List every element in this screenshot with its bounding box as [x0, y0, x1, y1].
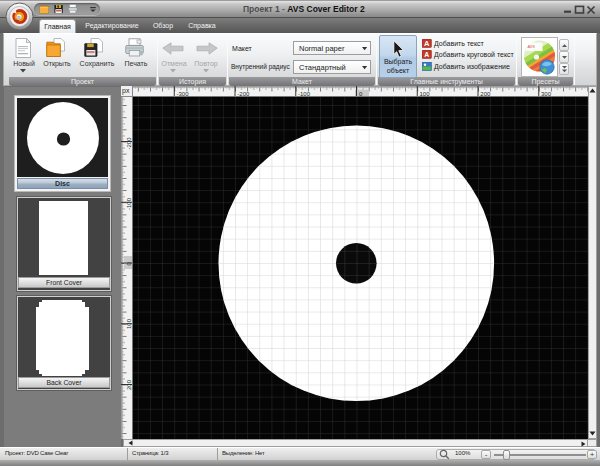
svg-text:AVS: AVS — [528, 45, 536, 49]
svg-text:A: A — [424, 39, 430, 48]
svg-text:300: 300 — [541, 91, 552, 97]
svg-text:-100: -100 — [298, 91, 311, 97]
svg-text:-100: -100 — [126, 197, 132, 210]
svg-text:-200: -200 — [237, 91, 250, 97]
svg-text:-200: -200 — [126, 137, 132, 150]
svg-text:A: A — [424, 51, 429, 58]
svg-text:p: p — [17, 14, 20, 20]
svg-text:100: 100 — [126, 318, 132, 329]
svg-text:100: 100 — [420, 91, 431, 97]
svg-text:200: 200 — [480, 91, 491, 97]
svg-text:-300: -300 — [177, 91, 190, 97]
svg-text:200: 200 — [126, 379, 132, 390]
